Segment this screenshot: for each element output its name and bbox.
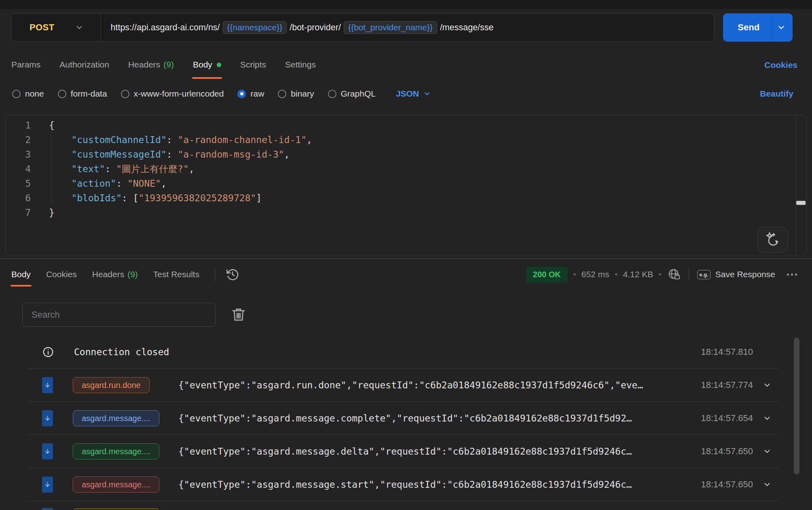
code-line[interactable]: 4 "text": "圖片上有什麼?",	[6, 162, 806, 176]
send-label: Send	[725, 22, 772, 33]
body-type-selector: noneform-datax-www-form-urlencodedrawbin…	[12, 89, 389, 99]
editor-scrollbar-thumb[interactable]	[796, 201, 806, 205]
response-tabs: BodyCookiesHeaders(9)Test Results	[11, 261, 215, 288]
more-options-icon[interactable]	[786, 274, 798, 276]
chevron-down-icon[interactable]	[763, 447, 772, 456]
meta-divider	[689, 268, 689, 280]
send-button[interactable]: Send	[723, 13, 793, 42]
method-selector[interactable]: POST	[11, 14, 101, 41]
arrow-down-icon	[42, 377, 53, 393]
code-line[interactable]: 2 "customChannelId": "a-random-channel-i…	[6, 133, 806, 147]
history-icon[interactable]	[226, 268, 239, 281]
list-scrollbar-thumb[interactable]	[794, 338, 799, 474]
arrow-down-icon	[42, 443, 53, 459]
send-options-button[interactable]	[772, 23, 790, 32]
postbot-button[interactable]	[757, 227, 788, 253]
response-tab-body[interactable]: Body	[11, 261, 31, 288]
code-lines: 1{2 "customChannelId": "a-random-channel…	[6, 115, 806, 220]
code-line[interactable]: 6 "blobIds": ["1939596382025289728"]	[6, 191, 806, 205]
status-badge: 200 OK	[526, 267, 568, 282]
line-number: 1	[6, 118, 31, 133]
event-type-badge: asgard.run.done	[73, 377, 150, 393]
url-segment: /message/sse	[440, 23, 494, 33]
language-selector[interactable]: JSON	[396, 89, 431, 99]
tab-count: (9)	[127, 270, 138, 279]
body-mode-none[interactable]: none	[12, 89, 44, 99]
eg-badge-icon: e.g.	[697, 270, 710, 279]
event-timestamp: 18:14:57.654	[701, 413, 753, 424]
indent-guide	[51, 133, 51, 205]
request-url-bar: POST https://api.asgard-ai.com/ns/{{name…	[11, 13, 714, 42]
body-mode-label: x-www-form-urlencoded	[134, 89, 224, 99]
trash-icon[interactable]	[230, 306, 247, 322]
response-header: BodyCookiesHeaders(9)Test Results 200 OK…	[11, 261, 798, 288]
response-meta: 200 OK 652 ms 4.12 KB e.g. Save Response	[526, 267, 798, 282]
body-mode-graphql[interactable]: GraphQL	[328, 89, 376, 99]
body-mode-form-data[interactable]: form-data	[58, 89, 107, 99]
request-body-editor[interactable]: 1{2 "customChannelId": "a-random-channel…	[5, 115, 807, 256]
code-line[interactable]: 1{	[6, 118, 806, 133]
tab-params[interactable]: Params	[11, 56, 40, 74]
event-row[interactable]: asgard.message....{"eventType":"asgard.m…	[0, 468, 812, 501]
radio-icon	[278, 90, 286, 98]
tab-label: Body	[11, 270, 31, 279]
code-line[interactable]: 7}	[6, 205, 806, 220]
chevron-down-icon[interactable]	[763, 381, 772, 390]
tab-authorization[interactable]: Authorization	[59, 56, 109, 74]
tab-label: Params	[11, 60, 40, 70]
chevron-down-icon[interactable]	[763, 414, 772, 423]
info-circle-icon	[42, 346, 54, 358]
chevron-down-icon[interactable]	[763, 480, 772, 489]
response-tab-headers[interactable]: Headers(9)	[92, 261, 138, 288]
response-time: 652 ms	[582, 270, 609, 279]
tab-count: (9)	[163, 60, 174, 70]
panel-separator	[0, 258, 812, 259]
code-text: "blobIds": ["1939596382025289728"]	[31, 191, 262, 205]
tab-settings[interactable]: Settings	[285, 56, 316, 74]
body-mode-label: form-data	[71, 89, 107, 99]
tab-label: Cookies	[46, 270, 77, 279]
url-input[interactable]: https://api.asgard-ai.com/ns/{{namespace…	[101, 14, 714, 41]
radio-icon	[12, 90, 21, 98]
event-preview: {"eventType":"asgard.message.complete","…	[178, 413, 679, 424]
url-segment: /bot-provider/	[290, 23, 341, 33]
code-text: "text": "圖片上有什麼?",	[31, 162, 195, 176]
editor-scroll-gutter	[795, 115, 796, 256]
body-mode-raw[interactable]: raw	[237, 89, 264, 99]
window-top-strip	[0, 0, 812, 9]
chevron-down-icon	[75, 23, 84, 32]
response-tab-test-results[interactable]: Test Results	[153, 261, 199, 288]
arrow-down-icon	[42, 476, 53, 493]
event-type-badge: asgard.message....	[73, 476, 159, 493]
save-response-button[interactable]: e.g. Save Response	[697, 270, 775, 279]
line-number: 3	[6, 147, 31, 162]
meta-separator-dot	[615, 273, 617, 276]
response-tab-cookies[interactable]: Cookies	[46, 261, 77, 288]
url-template-variable: {{namespace}}	[223, 21, 287, 34]
event-row[interactable]: asgard.message....{"eventType":"asgard.m…	[0, 435, 812, 468]
event-preview: {"eventType":"asgard.message.start","req…	[178, 479, 679, 490]
meta-separator-dot	[573, 273, 576, 276]
event-type-badge: asgard.message....	[73, 443, 159, 459]
api-client-app: POST https://api.asgard-ai.com/ns/{{name…	[0, 0, 812, 510]
tab-headers[interactable]: Headers(9)	[128, 56, 174, 74]
event-row[interactable]: asgard.run.done{"eventType":"asgard.run.…	[0, 369, 812, 402]
tab-body[interactable]: Body	[193, 56, 221, 74]
tab-label: Body	[193, 60, 212, 70]
cookies-link[interactable]: Cookies	[764, 60, 797, 70]
tab-label: Authorization	[59, 60, 109, 70]
code-line[interactable]: 5 "action": "NONE",	[6, 176, 806, 191]
body-mode-label: raw	[250, 89, 264, 99]
body-mode-binary[interactable]: binary	[278, 89, 314, 99]
event-timestamp: 18:14:57.650	[701, 446, 753, 457]
beautify-link[interactable]: Beautify	[760, 89, 793, 99]
event-row[interactable]: asgard.message....{"eventType":"asgard.m…	[0, 402, 812, 435]
code-line[interactable]: 3 "customMessageId": "a-random-msg-id-3"…	[6, 147, 806, 162]
body-mode-x-www-form-urlencoded[interactable]: x-www-form-urlencoded	[121, 89, 224, 99]
globe-lock-icon[interactable]	[668, 268, 681, 281]
tabs-divider	[215, 268, 215, 281]
event-row[interactable]	[0, 501, 812, 510]
search-input[interactable]	[22, 303, 216, 327]
tab-scripts[interactable]: Scripts	[240, 56, 266, 74]
chevron-down-icon	[777, 23, 786, 32]
